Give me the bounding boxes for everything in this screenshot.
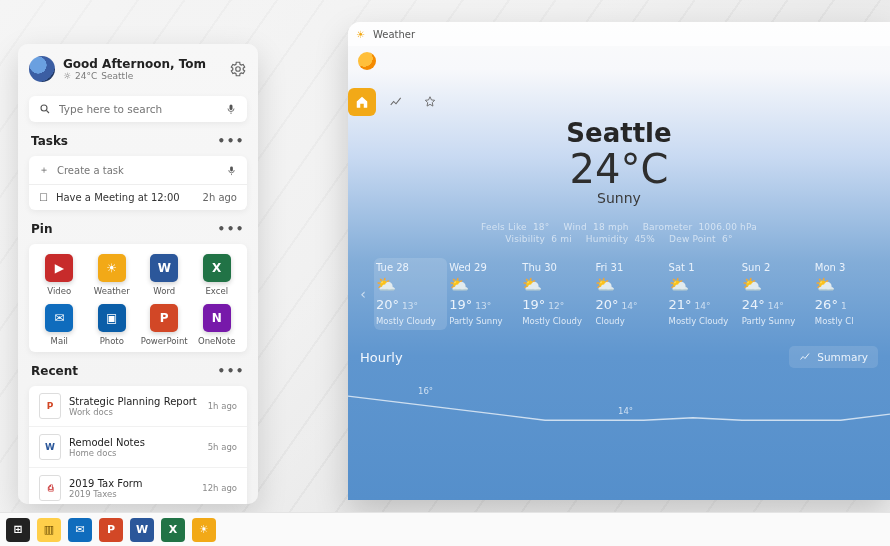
mic-icon[interactable] [225,103,237,115]
pin-label: Photo [100,336,124,346]
forecast-day[interactable]: Mon 3⛅26°1Mostly Cl [813,258,886,330]
recent-more-icon[interactable]: ••• [217,364,245,378]
forecast-day[interactable]: Thu 30⛅19°12°Mostly Cloudy [520,258,593,330]
doc-time: 1h ago [208,401,237,411]
app-icon: ✉ [45,304,73,332]
app-icon: N [203,304,231,332]
pin-photo[interactable]: ▣Photo [87,304,137,346]
weather-window: ☀ Weather Seattle 24°C Sunny Feels Like … [348,22,890,500]
day-temp: 26°1 [815,297,884,312]
recent-item[interactable]: PStrategic Planning ReportWork docs1h ag… [29,386,247,427]
chart-mark: 16° [418,386,433,396]
task-create-input[interactable] [57,165,218,176]
forecast-day[interactable]: Sun 2⛅24°14°Partly Sunny [740,258,813,330]
forecast-prev-button[interactable]: ‹ [352,286,374,302]
forecast-day[interactable]: Fri 31⛅20°14°Cloudy [593,258,666,330]
taskbar-word-button[interactable]: W [130,518,154,542]
greeting: Good Afternoon, Tom [63,57,221,71]
checkbox-icon[interactable]: ☐ [39,192,48,203]
recent-list: PStrategic Planning ReportWork docs1h ag… [29,386,247,504]
day-label: Mon 3 [815,262,884,273]
taskbar-files-button[interactable]: ▥ [37,518,61,542]
day-temp: 19°12° [522,297,591,312]
tasks-header: Tasks [31,134,68,148]
cloud-icon: ⛅ [742,277,811,293]
taskbar-start-button[interactable]: ⊞ [6,518,30,542]
day-label: Tue 28 [376,262,445,273]
day-cond: Mostly Cloudy [522,316,591,326]
search-box[interactable] [29,96,247,122]
doc-sub: Work docs [69,407,197,417]
pin-powerpoint[interactable]: PPowerPoint [139,304,189,346]
tasks-more-icon[interactable]: ••• [217,134,245,148]
svg-rect-2 [230,105,233,111]
pin-onenote[interactable]: NOneNote [192,304,242,346]
day-cond: Partly Sunny [742,316,811,326]
recent-header: Recent [31,364,78,378]
day-label: Sun 2 [742,262,811,273]
pin-weather[interactable]: ☀Weather [87,254,137,296]
nav-favorites-button[interactable] [416,88,444,116]
mic-icon[interactable] [226,165,237,176]
doc-icon: P [39,393,61,419]
doc-icon: W [39,434,61,460]
app-icon: ▣ [98,304,126,332]
app-title: Weather [373,29,415,40]
doc-title: 2019 Tax Form [69,478,143,489]
pin-label: Video [47,286,71,296]
pin-label: Weather [94,286,130,296]
city-name: Seattle [348,118,890,148]
cloud-icon: ⛅ [449,277,518,293]
greet-temp: 24°C [75,71,97,81]
pin-label: Mail [51,336,68,346]
forecast-row: Tue 28⛅20°13°Mostly CloudyWed 29⛅19°13°P… [374,258,886,330]
day-cond: Cloudy [595,316,664,326]
pin-word[interactable]: WWord [139,254,189,296]
task-item[interactable]: ☐ Have a Meeting at 12:00 2h ago [29,185,247,210]
title-bar[interactable]: ☀ Weather [348,22,890,46]
pin-label: Word [153,286,175,296]
pin-mail[interactable]: ✉Mail [34,304,84,346]
taskbar-excel-button[interactable]: X [161,518,185,542]
nav-home-button[interactable] [348,88,376,116]
task-text: Have a Meeting at 12:00 [56,192,180,203]
chart-mark: 14° [618,406,633,416]
cloud-icon: ⛅ [595,277,664,293]
current-temp: 24°C [348,146,890,192]
day-label: Wed 29 [449,262,518,273]
avatar[interactable] [29,56,55,82]
summary-button[interactable]: Summary [789,346,878,368]
search-input[interactable] [59,103,217,115]
weather-stats: Feels Like 18° Wind 18 mph Barometer 100… [348,222,890,232]
hourly-label: Hourly [360,350,403,365]
pin-header: Pin [31,222,52,236]
app-icon: ▶ [45,254,73,282]
taskbar-mail-button[interactable]: ✉ [68,518,92,542]
pin-more-icon[interactable]: ••• [217,222,245,236]
current-condition: Sunny [348,190,890,206]
cloud-icon: ⛅ [669,277,738,293]
doc-icon: ⎙ [39,475,61,501]
nav-trends-button[interactable] [382,88,410,116]
current-location-icon[interactable] [358,52,376,70]
pin-excel[interactable]: XExcel [192,254,242,296]
forecast-day[interactable]: Wed 29⛅19°13°Partly Sunny [447,258,520,330]
doc-time: 5h ago [208,442,237,452]
recent-item[interactable]: ⎙2019 Tax Form2019 Taxes12h ago [29,468,247,504]
day-label: Sat 1 [669,262,738,273]
gear-icon[interactable] [229,60,247,78]
svg-point-0 [236,67,241,72]
forecast-day[interactable]: Sat 1⛅21°14°Mostly Cloudy [667,258,740,330]
recent-item[interactable]: WRemodel NotesHome docs5h ago [29,427,247,468]
forecast-day[interactable]: Tue 28⛅20°13°Mostly Cloudy [374,258,447,330]
app-icon: P [150,304,178,332]
taskbar-powerpoint-button[interactable]: P [99,518,123,542]
taskbar-weather-button[interactable]: ☀ [192,518,216,542]
cloud-icon: ⛅ [522,277,591,293]
task-create-row[interactable]: ＋ [29,156,247,185]
day-temp: 19°13° [449,297,518,312]
svg-rect-3 [230,166,233,171]
pin-video[interactable]: ▶Video [34,254,84,296]
start-panel: Good Afternoon, Tom ☼ 24°C Seattle Tasks… [18,44,258,504]
greet-city: Seattle [101,71,133,81]
